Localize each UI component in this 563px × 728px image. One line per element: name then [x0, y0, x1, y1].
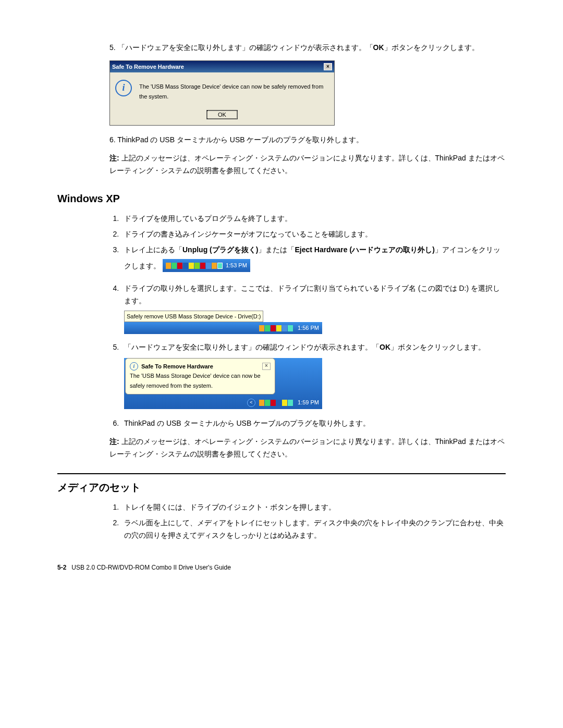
balloon-message: The 'USB Mass Storage Device' device can… [130, 371, 271, 390]
text: 5. 「ハードウェアを安全に取り外します」の確認ウィンドウが表示されます。「 [109, 43, 373, 52]
dialog-buttons: OK [110, 107, 334, 125]
tray-icon [212, 263, 217, 269]
xp-steps: ドライブを使用しているプログラムを終了します。 ドライブの書き込みインジケーター… [109, 213, 506, 429]
tray-time: 1:53 PM [226, 261, 247, 270]
note-text: 上記のメッセージは、オペレーティング・システムのバージョンにより異なります。詳し… [109, 154, 505, 175]
dialog-body: i The 'USB Mass Storage Device' device c… [110, 72, 334, 106]
chevron-icon[interactable]: < [247, 399, 255, 407]
ok-button[interactable]: OK [207, 110, 237, 119]
media-step2: ラベル面を上にして、メディアをトレイにセットします。ディスク中央の穴をトレイ中央… [121, 517, 506, 542]
tray-icon [271, 400, 276, 406]
media-step1: トレイを開くには、ドライブのイジェクト・ボタンを押します。 [121, 501, 506, 514]
dialog-message: The 'USB Mass Storage Device' device can… [139, 80, 329, 101]
bold: Eject Hardware (ハードウェアの取り外し) [295, 245, 434, 254]
dialog-title: Safe To Remove Hardware [112, 62, 184, 72]
tray-icon [265, 400, 270, 406]
balloon-title: i Safe To Remove Hardware × [130, 362, 271, 372]
win2k-step6: 6. ThinkPad の USB ターミナルから USB ケーブルのプラグを取… [109, 134, 506, 146]
close-icon[interactable]: × [262, 363, 271, 370]
tray-time: 1:59 PM [298, 399, 319, 405]
tray-icon [282, 325, 287, 331]
info-icon: i [115, 80, 132, 96]
xp-step6: ThinkPad の USB ターミナルから USB ケーブルのプラグを取り外し… [121, 417, 506, 430]
tray-icon [206, 263, 211, 269]
xp-step4: ドライブの取り外しを選択します。ここでは、ドライブに割り当てられているドライブ名… [121, 282, 506, 334]
tray-icon [288, 400, 293, 406]
text: 「ハードウェアを安全に取り外します」の確認ウィンドウが表示されます。「 [124, 343, 380, 351]
close-icon[interactable]: × [324, 63, 332, 70]
safely-remove-tooltip[interactable]: Safely remove USB Mass Storage Device - … [124, 311, 263, 323]
tray-icon [194, 263, 200, 269]
footer: 5-2 USB 2.0 CD-RW/DVD-ROM Combo II Drive… [57, 562, 506, 573]
note-text: 上記のメッセージは、オペレーティング・システムのバージョンにより異なります。詳し… [109, 437, 505, 458]
xp-systray-2: Safely remove USB Mass Storage Device - … [124, 311, 322, 334]
xp-step1: ドライブを使用しているプログラムを終了します。 [121, 213, 506, 225]
dialog-titlebar: Safe To Remove Hardware × [110, 61, 334, 73]
tray-icon [276, 325, 282, 331]
taskbar: 1:56 PM [124, 322, 322, 334]
text: 」または「 [258, 245, 295, 254]
tray-icon [259, 325, 264, 331]
tray-time: 1:56 PM [298, 325, 319, 331]
content: 5. 「ハードウェアを安全に取り外します」の確認ウィンドウが表示されます。「OK… [109, 42, 506, 541]
note-label: 注: [109, 437, 119, 446]
xp-balloon-wrap: i Safe To Remove Hardware × The 'USB Mas… [124, 358, 322, 409]
win2k-note: 注: 上記のメッセージは、オペレーティング・システムのバージョンにより異なります… [109, 152, 506, 177]
taskbar: < 1:59 PM [124, 396, 322, 409]
balloon-title-text: Safe To Remove Hardware [141, 362, 213, 372]
tray-icons [259, 325, 293, 331]
tray-icon [288, 325, 293, 331]
xp-step2: ドライブの書き込みインジケーターがオフになっていることを確認します。 [121, 228, 506, 241]
xp-systray-1: 1:53 PM [163, 259, 250, 272]
tray-icon [166, 263, 171, 269]
xp-balloon: i Safe To Remove Hardware × The 'USB Mas… [125, 358, 275, 394]
win2k-dialog: Safe To Remove Hardware × i The 'USB Mas… [109, 60, 335, 126]
xp-note: 注: 上記のメッセージは、オペレーティング・システムのバージョンにより異なります… [109, 436, 506, 461]
tray-icons [166, 263, 223, 269]
tray-icon [259, 400, 264, 406]
bold: Unplug (プラグを抜く) [182, 245, 258, 254]
tray-icon [276, 400, 282, 406]
tray-icon [172, 263, 177, 269]
info-icon: i [130, 362, 138, 371]
text: 」ボタンをクリックします。 [384, 43, 479, 52]
text: 」ボタンをクリックします。 [390, 343, 485, 351]
tray-icon [183, 263, 188, 269]
tray-icon [189, 263, 194, 269]
tray-icon [265, 325, 270, 331]
tray-icon [200, 263, 205, 269]
tray-icon [271, 325, 276, 331]
tray-icon [177, 263, 182, 269]
text: ドライブの取り外しを選択します。ここでは、ドライブに割り当てられているドライブ名… [124, 284, 500, 305]
footer-title: USB 2.0 CD-RW/DVD-ROM Combo II Drive Use… [71, 564, 230, 571]
page-number: 5-2 [57, 564, 66, 571]
play-icon [217, 263, 223, 269]
text: トレイ上にある「 [124, 245, 182, 254]
ok-bold: OK [373, 43, 384, 52]
ok-bold: OK [380, 343, 390, 351]
windows-xp-heading: Windows XP [57, 190, 506, 207]
xp-step5: 「ハードウェアを安全に取り外します」の確認ウィンドウが表示されます。「OK」ボタ… [121, 341, 506, 409]
xp-step3: トレイ上にある「Unplug (プラグを抜く)」または「Eject Hardwa… [121, 244, 506, 279]
note-label: 注: [109, 154, 119, 162]
tray-icons [259, 400, 293, 406]
tray-icon [282, 400, 287, 406]
media-heading: メディアのセット [57, 473, 506, 496]
win2k-step5: 5. 「ハードウェアを安全に取り外します」の確認ウィンドウが表示されます。「OK… [109, 42, 506, 54]
media-steps: トレイを開くには、ドライブのイジェクト・ボタンを押します。 ラベル面を上にして、… [109, 501, 506, 541]
